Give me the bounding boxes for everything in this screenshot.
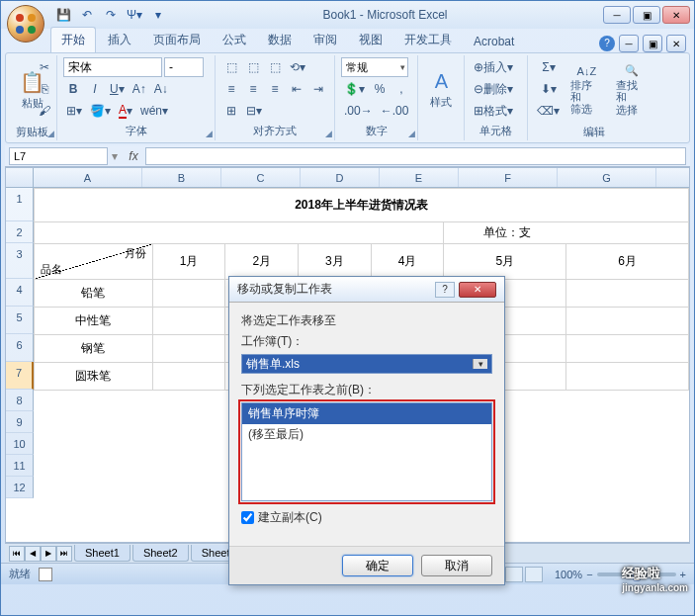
row-header[interactable]: 6 xyxy=(6,334,34,362)
orientation-icon[interactable]: ⟲▾ xyxy=(287,57,308,77)
cell[interactable]: 1月 xyxy=(152,244,225,280)
row-header[interactable]: 4 xyxy=(6,279,34,307)
align-right-icon[interactable]: ≡ xyxy=(265,79,285,99)
cell-unit[interactable]: 单位：支 xyxy=(444,222,689,244)
col-header[interactable]: F xyxy=(459,168,558,187)
comma-icon[interactable]: , xyxy=(391,79,411,99)
font-size-combo[interactable] xyxy=(164,57,204,77)
dialog-close-button[interactable]: ✕ xyxy=(459,282,496,298)
workbook-combo[interactable]: 销售单.xls xyxy=(241,354,492,374)
cell[interactable] xyxy=(35,222,444,244)
insert-cells-button[interactable]: ⊕ 插入▾ xyxy=(471,57,516,77)
cell[interactable]: 铅笔 xyxy=(35,280,153,308)
row-header[interactable]: 7 xyxy=(6,362,34,390)
checkbox-input[interactable] xyxy=(241,511,254,524)
alignment-dialog-launcher[interactable]: ◢ xyxy=(325,129,332,138)
row-header[interactable]: 2 xyxy=(6,221,34,243)
workbook-restore-button[interactable]: ▣ xyxy=(643,35,662,52)
tab-home[interactable]: 开始 xyxy=(50,27,96,52)
cell[interactable] xyxy=(566,308,689,335)
cell[interactable] xyxy=(152,280,225,308)
align-top-icon[interactable]: ⬚ xyxy=(221,57,241,77)
find-select-button[interactable]: 🔍 查找和 选择 xyxy=(610,57,653,123)
sort-filter-button[interactable]: A↓Z 排序和 筛选 xyxy=(565,57,608,123)
office-button[interactable] xyxy=(7,5,44,43)
number-format-combo[interactable]: 常规 xyxy=(341,57,408,77)
row-header[interactable]: 3 xyxy=(6,243,34,279)
ribbon-minimize-button[interactable]: ─ xyxy=(619,35,639,52)
merge-center-button[interactable]: ⊟▾ xyxy=(243,101,265,121)
tab-insert[interactable]: 插入 xyxy=(98,28,141,52)
currency-icon[interactable]: 💲▾ xyxy=(341,79,368,99)
sheet-tab[interactable]: Sheet1 xyxy=(74,545,130,562)
select-all-corner[interactable] xyxy=(6,168,34,187)
copy-icon[interactable]: ⎘ xyxy=(35,79,54,99)
sheet-nav-prev-icon[interactable]: ◀ xyxy=(25,546,41,562)
col-header[interactable]: A xyxy=(34,168,142,187)
cell[interactable] xyxy=(152,363,225,391)
phonetic-button[interactable]: wén▾ xyxy=(137,101,171,121)
cell[interactable]: 中性笔 xyxy=(35,308,153,335)
row-header[interactable]: 8 xyxy=(6,390,34,411)
save-icon[interactable]: 💾 xyxy=(54,6,72,24)
workbook-close-button[interactable]: ✕ xyxy=(666,35,686,52)
bold-button[interactable]: B xyxy=(63,79,83,99)
delete-cells-button[interactable]: ⊖ 删除▾ xyxy=(471,79,516,99)
tab-formulas[interactable]: 公式 xyxy=(213,28,256,52)
row-header[interactable]: 1 xyxy=(6,188,34,221)
font-dialog-launcher[interactable]: ◢ xyxy=(206,129,213,138)
list-item[interactable]: 销售单序时簿 xyxy=(242,403,491,424)
cut-icon[interactable]: ✂ xyxy=(35,57,54,77)
cell[interactable] xyxy=(566,335,689,363)
percent-icon[interactable]: % xyxy=(370,79,390,99)
zoom-level[interactable]: 100% xyxy=(555,569,582,580)
col-header[interactable]: D xyxy=(301,168,380,187)
increase-decimal-icon[interactable]: .00→ xyxy=(341,101,376,121)
undo-icon[interactable]: ↶ xyxy=(78,6,96,24)
cell[interactable]: 圆珠笔 xyxy=(35,363,153,391)
tab-view[interactable]: 视图 xyxy=(349,28,392,52)
cell-diagonal[interactable]: 月份 品名 xyxy=(35,244,153,280)
name-box-dropdown-icon[interactable]: ▾ xyxy=(108,149,122,163)
styles-button[interactable]: A 样式 xyxy=(424,57,458,123)
col-header[interactable]: E xyxy=(380,168,459,187)
decrease-indent-icon[interactable]: ⇤ xyxy=(287,79,306,99)
format-cells-button[interactable]: ⊞ 格式▾ xyxy=(471,101,516,121)
row-header[interactable]: 12 xyxy=(6,477,34,498)
shrink-font-icon[interactable]: A↓ xyxy=(151,79,171,99)
fill-color-button[interactable]: 🪣▾ xyxy=(87,101,114,121)
col-header[interactable]: G xyxy=(558,168,656,187)
row-header[interactable]: 9 xyxy=(6,411,34,433)
fill-icon[interactable]: ⬇▾ xyxy=(534,79,563,99)
dialog-titlebar[interactable]: 移动或复制工作表 ? ✕ xyxy=(229,277,504,303)
row-header[interactable]: 11 xyxy=(6,455,34,477)
ok-button[interactable]: 确定 xyxy=(342,555,413,576)
view-page-layout-icon[interactable] xyxy=(505,567,523,582)
cell[interactable]: 5月 xyxy=(444,244,566,280)
col-header[interactable]: B xyxy=(142,168,221,187)
tab-acrobat[interactable]: Acrobat xyxy=(464,31,524,52)
col-header[interactable]: C xyxy=(221,168,301,187)
sheet-tab[interactable]: Sheet2 xyxy=(132,545,189,562)
zoom-out-button[interactable]: − xyxy=(586,569,592,580)
cell[interactable]: 3月 xyxy=(299,244,372,280)
sheet-nav-first-icon[interactable]: ⏮ xyxy=(9,546,25,562)
cell[interactable] xyxy=(152,308,225,335)
increase-indent-icon[interactable]: ⇥ xyxy=(308,79,328,99)
number-dialog-launcher[interactable]: ◢ xyxy=(408,129,415,138)
tab-data[interactable]: 数据 xyxy=(258,28,302,52)
cell[interactable]: 2月 xyxy=(225,244,299,280)
font-color-button[interactable]: A▾ xyxy=(116,101,135,121)
format-painter-icon[interactable]: 🖌 xyxy=(35,101,54,121)
align-bottom-icon[interactable]: ⬚ xyxy=(265,57,285,77)
clipboard-dialog-launcher[interactable]: ◢ xyxy=(47,129,54,138)
before-sheet-list[interactable]: 销售单序时簿 (移至最后) xyxy=(241,402,492,501)
name-box[interactable]: L7 xyxy=(9,147,108,165)
font-name-combo[interactable] xyxy=(63,57,162,77)
cancel-button[interactable]: 取消 xyxy=(421,555,492,576)
wrap-text-button[interactable]: ⊞ xyxy=(221,101,241,121)
tab-page-layout[interactable]: 页面布局 xyxy=(143,28,211,52)
clear-icon[interactable]: ⌫▾ xyxy=(534,101,563,121)
cell-title[interactable]: 2018年上半年进货情况表 xyxy=(35,189,689,222)
maximize-button[interactable]: ▣ xyxy=(633,6,660,24)
